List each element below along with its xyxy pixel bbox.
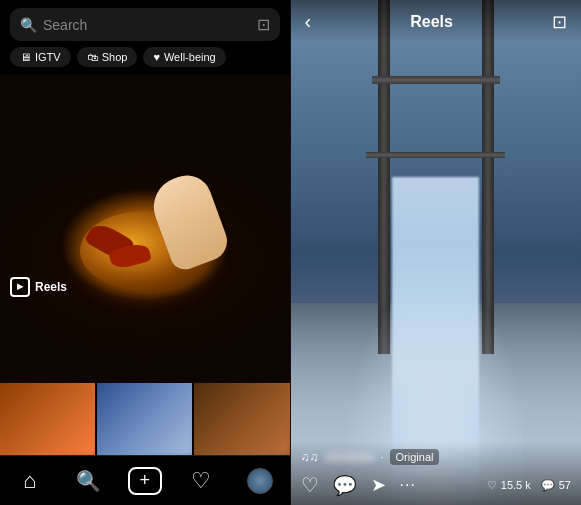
- thumbnail-3[interactable]: [194, 383, 289, 455]
- like-button[interactable]: ♡: [301, 473, 319, 497]
- chip-wellbeing[interactable]: ♥ Well-being: [143, 47, 225, 67]
- search-bar[interactable]: 🔍 Search ⊡: [10, 8, 280, 41]
- action-row: ♡ 💬 ➤ ··· ♡ 15.5 k 💬 57: [301, 473, 572, 497]
- crossbar-top: [372, 76, 500, 84]
- audio-row: ♫♫ · Original: [301, 449, 572, 465]
- main-content-image[interactable]: ▶ Reels: [0, 75, 290, 383]
- thumbnail-2[interactable]: [97, 383, 192, 455]
- more-button[interactable]: ···: [400, 476, 416, 494]
- tower-right: [482, 0, 494, 354]
- reels-play-icon: ▶: [10, 277, 30, 297]
- left-panel: 🔍 Search ⊡ 🖥 IGTV 🛍 Shop ♥ Well-being ▶ …: [0, 0, 290, 505]
- reels-title: Reels: [311, 13, 552, 31]
- reels-badge: ▶ Reels: [10, 277, 67, 297]
- nav-profile[interactable]: [240, 461, 280, 501]
- search-icon: 🔍: [20, 17, 37, 33]
- tower-left: [378, 0, 390, 354]
- thumbnail-1[interactable]: [0, 383, 95, 455]
- likes-count: 15.5 k: [501, 479, 531, 491]
- crossbar-bottom: [366, 152, 505, 158]
- comment-button[interactable]: 💬: [333, 474, 357, 497]
- likes-stat: ♡ 15.5 k: [487, 479, 531, 492]
- shop-icon: 🛍: [87, 51, 98, 63]
- left-action-buttons: ♡ 💬 ➤ ···: [301, 473, 416, 497]
- heart-icon: ♥: [153, 51, 160, 63]
- comments-stat: 💬 57: [541, 479, 571, 492]
- search-placeholder: Search: [43, 17, 87, 33]
- thumbnail-strip: [0, 383, 290, 455]
- right-panel: ‹ Reels ⊡ ♫♫ · Original ♡ 💬: [291, 0, 582, 505]
- right-stats: ♡ 15.5 k 💬 57: [487, 479, 571, 492]
- comment-stat-icon: 💬: [541, 479, 555, 492]
- nav-activity[interactable]: ♡: [181, 461, 221, 501]
- bottom-nav: ⌂ 🔍 + ♡: [0, 455, 290, 505]
- nav-add[interactable]: +: [128, 467, 162, 495]
- back-button[interactable]: ‹: [305, 10, 312, 33]
- igtv-icon: 🖥: [20, 51, 31, 63]
- music-icon: ♫♫: [301, 450, 319, 464]
- chip-shop[interactable]: 🛍 Shop: [77, 47, 138, 67]
- filter-chips: 🖥 IGTV 🛍 Shop ♥ Well-being: [0, 47, 290, 75]
- right-bottom-controls: ♫♫ · Original ♡ 💬 ➤ ··· ♡ 15.5 k: [291, 441, 582, 505]
- waterfall-scene[interactable]: ♫♫ · Original ♡ 💬 ➤ ··· ♡ 15.5 k: [291, 0, 582, 505]
- audio-label: Original: [390, 449, 440, 465]
- share-button[interactable]: ➤: [371, 474, 386, 496]
- nav-search[interactable]: 🔍: [69, 461, 109, 501]
- nav-home[interactable]: ⌂: [10, 461, 50, 501]
- camera-search-icon[interactable]: ⊡: [257, 15, 270, 34]
- heart-stat-icon: ♡: [487, 479, 497, 492]
- chip-igtv[interactable]: 🖥 IGTV: [10, 47, 71, 67]
- comments-count: 57: [559, 479, 571, 491]
- camera-icon[interactable]: ⊡: [552, 11, 567, 33]
- reels-header: ‹ Reels ⊡: [291, 0, 582, 41]
- audio-username-blurred: [325, 453, 375, 462]
